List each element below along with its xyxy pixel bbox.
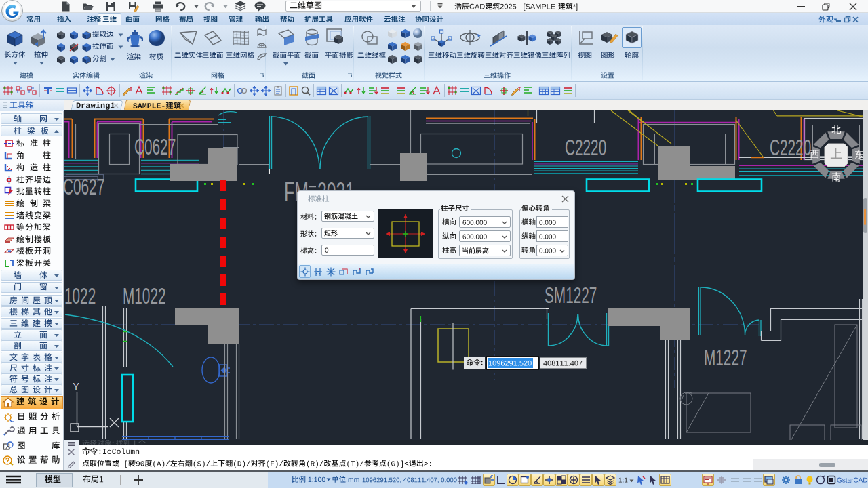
svg-text:C0627: C0627 xyxy=(134,134,176,159)
svg-text:1022: 1022 xyxy=(64,283,96,308)
svg-text:SM1227: SM1227 xyxy=(545,283,597,308)
svg-text:M1227: M1227 xyxy=(704,345,747,370)
svg-text:M1022: M1022 xyxy=(123,283,166,308)
svg-text:C0627: C0627 xyxy=(64,174,104,199)
svg-text:C2220: C2220 xyxy=(770,135,811,160)
svg-text:Y: Y xyxy=(73,380,79,392)
svg-text:C2220: C2220 xyxy=(565,135,606,160)
